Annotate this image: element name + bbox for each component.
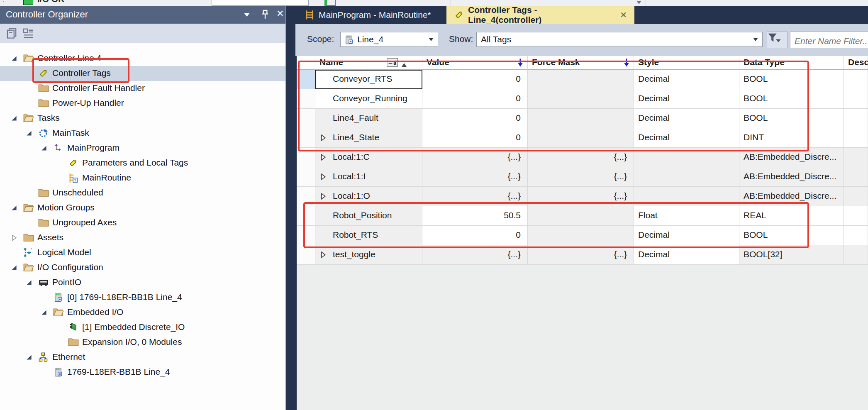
window-position-icon[interactable] (244, 13, 250, 20)
robot-rts-style-cell[interactable]: Decimal (634, 226, 739, 245)
robot-position-value-cell[interactable]: 50.5 (422, 206, 528, 226)
filter-button[interactable] (767, 32, 788, 48)
column-pin-icon[interactable] (517, 58, 523, 67)
tree-item-ethernet[interactable]: Ethernet (0, 350, 285, 365)
test-toggle-value-cell[interactable]: {...} (422, 245, 528, 265)
test-toggle-desc-cell[interactable] (844, 245, 868, 265)
expand-icon[interactable] (320, 193, 326, 200)
robot-position-force-cell[interactable] (528, 206, 634, 226)
expand-icon[interactable] (320, 134, 326, 141)
line4-fault-dtype-cell[interactable]: BOOL (739, 109, 844, 128)
tree-item-pointio[interactable]: PointIO (0, 275, 285, 290)
local-1-o-name-cell[interactable]: Local:1:O (315, 187, 422, 206)
line4-fault-style-cell[interactable]: Decimal (634, 109, 739, 128)
tree-item-controller-line-4[interactable]: Controller Line 4 (0, 51, 285, 66)
tree-item-mainroutine[interactable]: 1MainRoutine (0, 171, 285, 185)
row-selector[interactable] (297, 70, 315, 89)
row-selector[interactable] (297, 109, 315, 128)
conveyor-rts-value-cell[interactable]: 0 (422, 70, 528, 89)
robot-rts-force-cell[interactable] (528, 226, 634, 245)
line4-state-name-cell[interactable]: Line4_State (315, 128, 422, 148)
row-selector[interactable] (297, 167, 315, 187)
tree-item-i-o-configuration[interactable]: I/O Configuration (0, 260, 285, 275)
row-selector[interactable] (297, 128, 315, 148)
robot-rts-value-cell[interactable]: 0 (422, 226, 528, 245)
local-1-i-desc-cell[interactable] (844, 167, 868, 187)
tree-item-expansion-i-o-0-modules[interactable]: Expansion I/O, 0 Modules (0, 335, 285, 350)
tree-item-tasks[interactable]: Tasks (0, 111, 285, 126)
tab-mainprogram-mainroutine[interactable]: MainProgram - MainRoutine* (297, 6, 445, 24)
pin-icon[interactable] (261, 9, 270, 20)
local-1-c-desc-cell[interactable] (844, 148, 868, 167)
local-1-c-style-cell[interactable] (634, 148, 739, 167)
column-header-name[interactable]: Namea (315, 56, 422, 70)
test-toggle-name-cell[interactable]: test_toggle (315, 245, 422, 265)
row-selector-header[interactable] (297, 56, 315, 70)
line4-state-value-cell[interactable]: 0 (422, 128, 528, 148)
local-1-i-dtype-cell[interactable]: AB:Embedded_Discre... (739, 167, 844, 187)
tree-item-logical-model[interactable]: Logical Model (0, 245, 285, 260)
tree-collapse-icon[interactable] (41, 145, 47, 151)
local-1-i-style-cell[interactable] (634, 167, 739, 187)
show-dropdown[interactable]: All Tags (476, 32, 763, 47)
tree-item-mainprogram[interactable]: MainProgram (0, 141, 285, 156)
tree-item-unscheduled[interactable]: Unscheduled (0, 185, 285, 200)
conveyor-rts-dtype-cell[interactable]: BOOL (739, 70, 844, 89)
row-selector[interactable] (297, 89, 315, 109)
tree-item-1-embedded-discrete-io[interactable]: [1] Embedded Discrete_IO (0, 320, 285, 335)
column-header-value[interactable]: Value (422, 56, 528, 70)
conveyor-running-desc-cell[interactable] (844, 89, 868, 109)
robot-position-name-cell[interactable]: Robot_Position (315, 206, 422, 226)
row-selector[interactable] (297, 187, 315, 206)
conveyor-running-dtype-cell[interactable]: BOOL (739, 89, 844, 109)
robot-rts-desc-cell[interactable] (844, 226, 868, 245)
tree-item-power-up-handler[interactable]: Power-Up Handler (0, 96, 285, 111)
local-1-o-desc-cell[interactable] (844, 187, 868, 206)
local-1-c-dtype-cell[interactable]: AB:Embedded_Discre... (739, 148, 844, 167)
tree-collapse-icon[interactable] (26, 280, 32, 286)
name-edit-button[interactable]: a (387, 58, 398, 67)
tree-item-parameters-and-local-tags[interactable]: Parameters and Local Tags (0, 156, 285, 171)
name-filter-input[interactable] (790, 32, 868, 48)
local-1-o-force-cell[interactable]: {...} (528, 187, 634, 206)
collapse-all-icon[interactable] (5, 27, 18, 40)
robot-rts-dtype-cell[interactable]: BOOL (739, 226, 844, 245)
view-options-icon[interactable] (22, 27, 35, 40)
tree-item-controller-tags[interactable]: Controller Tags (0, 66, 285, 81)
conveyor-running-name-cell[interactable]: Conveyor_Running (315, 89, 422, 109)
local-1-c-force-cell[interactable]: {...} (528, 148, 634, 167)
local-1-c-value-cell[interactable]: {...} (422, 148, 528, 167)
tree-collapse-icon[interactable] (41, 310, 47, 315)
expand-icon[interactable] (320, 251, 326, 258)
test-toggle-force-cell[interactable]: {...} (528, 245, 634, 265)
tab-controller-tags[interactable]: Controller Tags - Line_4(controller) ✕ (446, 6, 634, 24)
scope-dropdown[interactable]: Line_4 (340, 32, 438, 47)
line4-fault-force-cell[interactable] (528, 109, 634, 128)
row-selector[interactable] (297, 148, 315, 167)
tree-collapse-icon[interactable] (26, 354, 32, 360)
line4-fault-name-cell[interactable]: Line4_Fault (315, 109, 422, 128)
tree-collapse-icon[interactable] (11, 265, 17, 271)
conveyor-rts-style-cell[interactable]: Decimal (634, 70, 739, 89)
row-selector[interactable] (297, 226, 315, 245)
tree-item-motion-groups[interactable]: Motion Groups (0, 200, 285, 215)
expand-icon[interactable] (320, 154, 326, 161)
local-1-i-value-cell[interactable]: {...} (422, 167, 528, 187)
column-header-dtype[interactable]: Data Type (739, 56, 844, 70)
line4-fault-desc-cell[interactable] (844, 109, 868, 128)
line4-state-desc-cell[interactable] (844, 128, 868, 148)
line4-state-style-cell[interactable]: Decimal (634, 128, 739, 148)
line4-state-force-cell[interactable] (528, 128, 634, 148)
column-header-desc[interactable]: Description (844, 56, 868, 70)
tree-expand-icon[interactable] (11, 235, 17, 241)
local-1-o-style-cell[interactable] (634, 187, 739, 206)
column-header-style[interactable]: Style (634, 56, 739, 70)
conveyor-running-value-cell[interactable]: 0 (422, 89, 528, 109)
close-tab-icon[interactable]: ✕ (620, 10, 627, 20)
tree-item-1769-l18er-bb1b-line-4[interactable]: 1769-L18ER-BB1B Line_4 (0, 365, 285, 380)
tree-item-embedded-i-o[interactable]: Embedded I/O (0, 305, 285, 320)
row-selector[interactable] (297, 206, 315, 226)
expand-icon[interactable] (320, 173, 326, 180)
conveyor-rts-desc-cell[interactable] (844, 70, 868, 89)
tree-item-controller-fault-handler[interactable]: Controller Fault Handler (0, 81, 285, 96)
